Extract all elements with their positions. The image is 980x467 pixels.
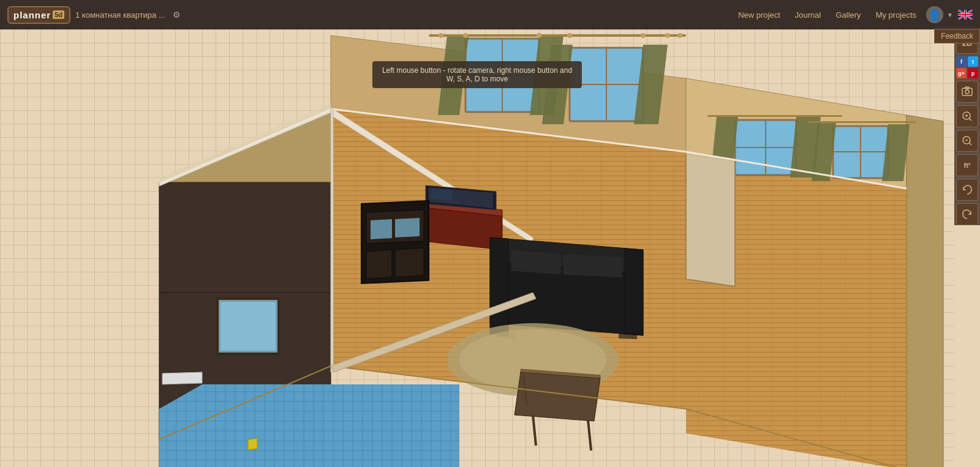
svg-point-42 bbox=[439, 33, 443, 38]
twitter-icon[interactable]: t bbox=[968, 56, 978, 67]
svg-rect-79 bbox=[707, 115, 842, 117]
svg-point-45 bbox=[567, 33, 572, 38]
nav-links: New project Journal Gallery My projects bbox=[738, 10, 916, 20]
logo-text: planner bbox=[13, 10, 51, 20]
pinterest-icon[interactable]: p bbox=[968, 68, 978, 78]
svg-marker-25 bbox=[159, 182, 331, 293]
svg-marker-24 bbox=[159, 384, 459, 467]
svg-point-2 bbox=[965, 90, 969, 94]
logo-area: planner 5d 1 комнатная квартира ... ⚙ bbox=[7, 6, 181, 24]
svg-marker-88 bbox=[395, 218, 420, 237]
google-plus-icon[interactable]: g+ bbox=[956, 68, 967, 78]
facebook-icon[interactable]: f bbox=[956, 56, 967, 67]
svg-marker-53 bbox=[431, 189, 453, 201]
svg-line-66 bbox=[533, 415, 536, 446]
svg-point-44 bbox=[537, 33, 541, 38]
svg-marker-61 bbox=[619, 334, 637, 339]
zoom-in-button[interactable] bbox=[956, 105, 978, 127]
svg-marker-56 bbox=[490, 237, 508, 335]
new-project-link[interactable]: New project bbox=[738, 10, 780, 20]
svg-marker-59 bbox=[564, 255, 622, 277]
unit-toggle-button[interactable]: ft² bbox=[956, 154, 978, 176]
social-icons-group: f t g+ p bbox=[956, 56, 978, 78]
svg-line-7 bbox=[970, 119, 972, 121]
social-row-bottom: g+ p bbox=[956, 68, 978, 78]
user-area[interactable]: 👤 ▼ bbox=[926, 6, 953, 23]
my-projects-link[interactable]: My projects bbox=[876, 10, 916, 20]
svg-marker-85 bbox=[395, 248, 424, 277]
3d-scene-area[interactable]: Left mouse button - rotate camera, right… bbox=[0, 29, 954, 467]
svg-marker-99 bbox=[331, 108, 333, 372]
user-avatar: 👤 bbox=[926, 6, 943, 23]
svg-rect-1 bbox=[962, 88, 972, 95]
feedback-button[interactable]: Feedback bbox=[934, 29, 980, 43]
undo-button[interactable] bbox=[956, 179, 978, 201]
svg-point-48 bbox=[677, 33, 682, 38]
svg-marker-84 bbox=[366, 250, 392, 279]
svg-marker-57 bbox=[625, 248, 643, 335]
svg-point-43 bbox=[463, 33, 468, 38]
svg-marker-92 bbox=[248, 438, 257, 450]
user-menu-chevron: ▼ bbox=[947, 12, 953, 18]
svg-marker-91 bbox=[162, 372, 202, 384]
svg-marker-81 bbox=[686, 152, 735, 286]
svg-point-46 bbox=[641, 33, 646, 38]
social-row-top: f t bbox=[956, 56, 978, 67]
redo-button[interactable] bbox=[956, 203, 978, 225]
gallery-link[interactable]: Gallery bbox=[835, 10, 861, 20]
right-sidebar: 2D f t g+ p ft² bbox=[954, 29, 980, 225]
room-3d-view bbox=[0, 29, 954, 467]
project-name[interactable]: 1 комнатная квартира ... bbox=[75, 10, 165, 20]
language-flag[interactable] bbox=[958, 10, 973, 20]
svg-marker-28 bbox=[907, 115, 943, 467]
logo-box[interactable]: planner 5d bbox=[7, 6, 70, 24]
svg-line-10 bbox=[970, 143, 972, 146]
navigation-bar: planner 5d 1 комнатная квартира ... ⚙ Ne… bbox=[0, 0, 980, 29]
journal-link[interactable]: Journal bbox=[795, 10, 821, 20]
screenshot-button[interactable] bbox=[956, 81, 978, 103]
svg-marker-58 bbox=[511, 251, 560, 274]
svg-marker-90 bbox=[221, 302, 276, 351]
svg-point-47 bbox=[665, 33, 670, 38]
settings-icon[interactable]: ⚙ bbox=[173, 10, 181, 20]
zoom-out-button[interactable] bbox=[956, 130, 978, 152]
svg-rect-80 bbox=[809, 121, 916, 123]
logo-5d-badge: 5d bbox=[53, 10, 64, 19]
svg-line-67 bbox=[588, 420, 591, 450]
svg-marker-87 bbox=[371, 219, 392, 239]
